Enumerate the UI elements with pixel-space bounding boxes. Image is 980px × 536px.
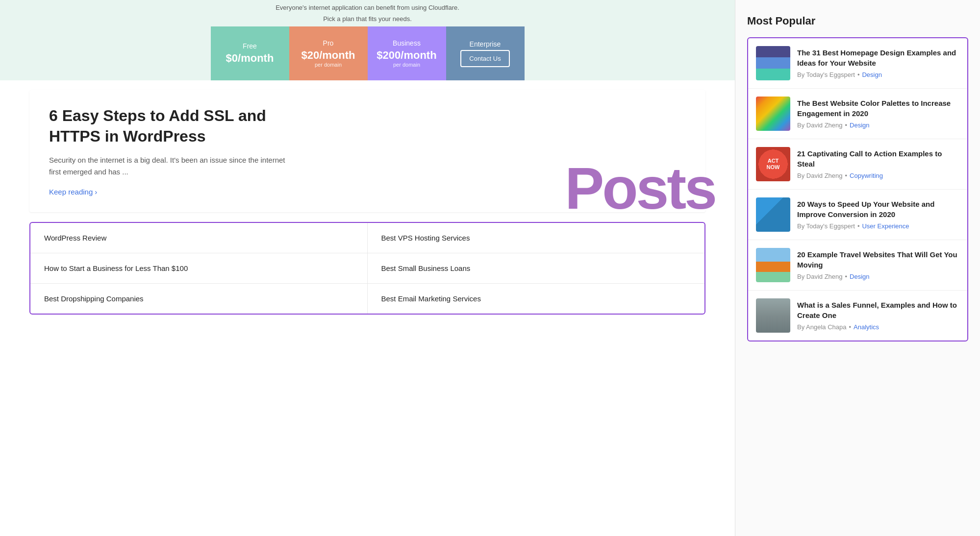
popular-item-category: Design <box>862 71 881 78</box>
popular-item-thumb: ACTNOW <box>756 147 790 181</box>
blog-excerpt: Security on the internet is a big deal. … <box>49 154 294 178</box>
popular-item-title: The 31 Best Homepage Design Examples and… <box>797 48 959 68</box>
popular-item-author: By David Zheng <box>797 172 843 179</box>
popular-list-item[interactable]: The Best Website Color Palettes to Incre… <box>748 89 967 139</box>
keep-reading-text: Keep reading <box>49 188 93 196</box>
free-plan-price: $0/month <box>226 52 274 65</box>
popular-item-title: 21 Captivating Call to Action Examples t… <box>797 149 959 169</box>
popular-item-thumb <box>756 97 790 131</box>
popular-item-title: What is a Sales Funnel, Examples and How… <box>797 300 959 320</box>
pricing-business[interactable]: Business $200/month per domain <box>368 26 446 80</box>
popular-item-title: The Best Website Color Palettes to Incre… <box>797 98 959 119</box>
popular-item-category: Design <box>850 273 869 280</box>
pricing-tagline2: Pick a plan that fits your needs. <box>0 15 735 23</box>
popular-item-category: User Experience <box>862 222 909 230</box>
pricing-cards: Free $0/month Pro $20/month per domain B… <box>0 26 735 80</box>
popular-item-category: Design <box>850 122 869 129</box>
right-panel: Most Popular The 31 Best Homepage Design… <box>735 0 980 536</box>
popular-item-category: Copywriting <box>850 172 883 179</box>
posts-watermark: Posts <box>565 154 715 222</box>
most-popular-title: Most Popular <box>747 15 968 27</box>
popular-link-item[interactable]: Best VPS Hosting Services <box>368 223 705 253</box>
popular-item-title: 20 Ways to Speed Up Your Website and Imp… <box>797 199 959 219</box>
blog-card: 6 Easy Steps to Add SSL and HTTPS in Wor… <box>29 90 705 212</box>
popular-item-meta: By David Zheng•Design <box>797 273 959 280</box>
pricing-enterprise[interactable]: Enterprise Contact Us <box>446 26 525 80</box>
keep-reading-link[interactable]: Keep reading › <box>49 188 97 196</box>
free-plan-name: Free <box>243 42 257 50</box>
popular-item-author: By David Zheng <box>797 273 843 280</box>
popular-item-author: By David Zheng <box>797 122 843 129</box>
pricing-free[interactable]: Free $0/month <box>211 26 289 80</box>
popular-list-box: The 31 Best Homepage Design Examples and… <box>747 37 968 341</box>
popular-link-item[interactable]: How to Start a Business for Less Than $1… <box>30 253 368 284</box>
popular-list-item[interactable]: 20 Example Travel Websites That Will Get… <box>748 240 967 291</box>
popular-item-meta: By David Zheng•Copywriting <box>797 172 959 179</box>
left-panel: Everyone's internet application can bene… <box>0 0 735 536</box>
keep-reading-arrow: › <box>95 188 97 196</box>
popular-item-thumb <box>756 46 790 80</box>
popular-item-meta: By Angela Chapa•Analytics <box>797 323 959 331</box>
popular-item-author: By Angela Chapa <box>797 323 846 331</box>
business-plan-name: Business <box>393 39 421 47</box>
popular-item-title: 20 Example Travel Websites That Will Get… <box>797 250 959 270</box>
pricing-pro[interactable]: Pro $20/month per domain <box>289 26 368 80</box>
popular-item-thumb <box>756 298 790 333</box>
popular-item-thumb <box>756 248 790 282</box>
popular-item-author: By Today's Eggspert <box>797 222 855 230</box>
popular-list-item[interactable]: 20 Ways to Speed Up Your Website and Imp… <box>748 190 967 240</box>
business-plan-price: $200/month <box>377 49 436 62</box>
popular-list-item[interactable]: ACTNOW21 Captivating Call to Action Exam… <box>748 139 967 190</box>
popular-link-item[interactable]: WordPress Review <box>30 223 368 253</box>
popular-link-item[interactable]: Best Small Business Loans <box>368 253 705 284</box>
popular-item-thumb <box>756 197 790 232</box>
popular-item-meta: By David Zheng•Design <box>797 122 959 129</box>
popular-item-author: By Today's Eggspert <box>797 71 855 78</box>
pro-plan-price: $20/month <box>301 49 355 62</box>
popular-link-item[interactable]: Best Email Marketing Services <box>368 284 705 314</box>
enterprise-contact-btn[interactable]: Contact Us <box>460 50 509 67</box>
popular-item-meta: By Today's Eggspert•Design <box>797 71 959 78</box>
popular-item-category: Analytics <box>854 323 879 331</box>
pro-plan-name: Pro <box>323 39 334 47</box>
popular-link-item[interactable]: Best Dropshipping Companies <box>30 284 368 314</box>
pricing-banner: Everyone's internet application can bene… <box>0 0 735 80</box>
enterprise-plan-name: Enterprise <box>470 40 501 48</box>
pro-plan-sub: per domain <box>315 62 342 68</box>
popular-list-item[interactable]: What is a Sales Funnel, Examples and How… <box>748 291 967 341</box>
popular-links-box: WordPress ReviewBest VPS Hosting Service… <box>29 222 705 315</box>
popular-item-meta: By Today's Eggspert•User Experience <box>797 222 959 230</box>
popular-list-item[interactable]: The 31 Best Homepage Design Examples and… <box>748 38 967 89</box>
pricing-tagline: Everyone's internet application can bene… <box>0 4 735 11</box>
blog-title: 6 Easy Steps to Add SSL and HTTPS in Wor… <box>49 106 284 146</box>
business-plan-sub: per domain <box>393 62 420 68</box>
